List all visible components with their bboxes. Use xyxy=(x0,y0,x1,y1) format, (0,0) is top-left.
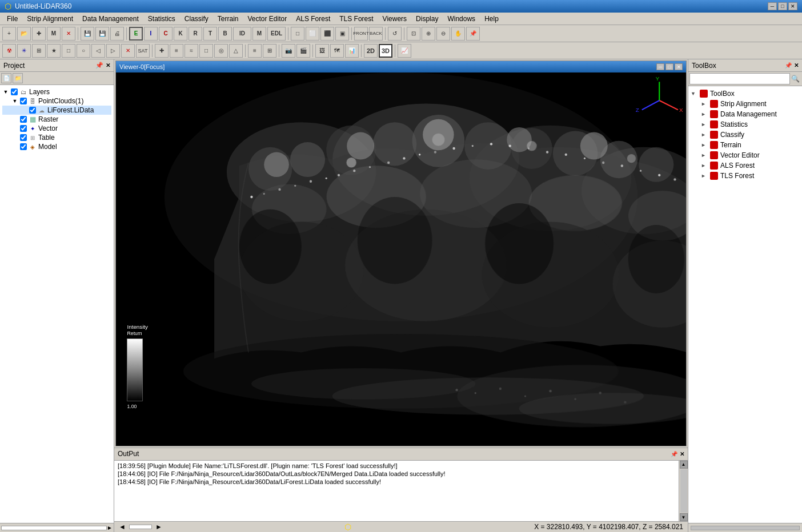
menu-classify[interactable]: Classify xyxy=(180,14,213,24)
project-pin-icon[interactable]: 📌 xyxy=(95,62,103,69)
search-icon[interactable]: 🔍 xyxy=(790,75,801,83)
poly-btn[interactable]: ◁ xyxy=(91,44,105,58)
layers-expand-icon[interactable]: ▼ xyxy=(2,88,9,95)
liforest-checkbox[interactable] xyxy=(29,107,36,114)
box2-btn[interactable]: ⬜ xyxy=(306,27,319,41)
tree-pointclouds[interactable]: ▼ 🗄 PointClouds(1) xyxy=(2,96,111,106)
toolbox-statistics[interactable]: ► Statistics xyxy=(691,119,800,130)
grid2-btn[interactable]: ⊞ xyxy=(263,44,276,58)
menu-strip-alignment[interactable]: Strip Alignment xyxy=(22,14,78,24)
menu-file[interactable]: File xyxy=(2,14,22,24)
snapshot-btn[interactable]: 📷 xyxy=(282,44,295,58)
k-btn[interactable]: K xyxy=(174,27,187,41)
id-btn[interactable]: ID xyxy=(233,27,251,41)
tree-liforest[interactable]: ☁ LiForest.LiData xyxy=(2,106,111,115)
toolbox-close-icon[interactable]: ✕ xyxy=(794,62,799,68)
box-btn[interactable]: □ xyxy=(291,27,304,41)
r-btn[interactable]: R xyxy=(189,27,202,41)
project-close-icon[interactable]: ✕ xyxy=(106,62,110,68)
statistics-expand[interactable]: ► xyxy=(701,122,708,127)
tri-btn[interactable]: △ xyxy=(229,44,243,58)
toolbox-root-expand[interactable]: ▼ xyxy=(691,91,697,96)
project-folder-btn[interactable]: 📁 xyxy=(13,73,23,83)
layers-checkbox[interactable] xyxy=(11,88,18,95)
project-new-btn[interactable]: 📄 xyxy=(1,73,11,83)
tree-model[interactable]: ◈ Model xyxy=(2,142,111,151)
print-button[interactable]: 🖨 xyxy=(110,27,124,41)
chart-btn[interactable]: 📈 xyxy=(398,44,411,58)
class-btn[interactable]: C xyxy=(159,27,173,41)
tree-vector[interactable]: ✦ Vector xyxy=(2,124,111,133)
table-checkbox[interactable] xyxy=(20,134,27,141)
zoom-out-btn[interactable]: ⊖ xyxy=(436,27,450,41)
tree-table[interactable]: ⊞ Table xyxy=(2,133,111,142)
output-pin-icon[interactable]: 📌 xyxy=(671,451,677,457)
menu-als-forest[interactable]: ALS Forest xyxy=(291,14,335,24)
profile-btn[interactable]: ≡ xyxy=(170,44,183,58)
img3-btn[interactable]: 📊 xyxy=(345,44,359,58)
tree-layers[interactable]: ▼ 🗂 Layers xyxy=(2,87,111,96)
add-button[interactable]: ✚ xyxy=(32,27,46,41)
output-vscrollbar[interactable]: ▲ ▼ xyxy=(679,461,688,521)
toolbox-strip-alignment[interactable]: ► Strip Alignment xyxy=(691,99,800,109)
open-button[interactable]: 📂 xyxy=(17,27,31,41)
new-button[interactable]: + xyxy=(2,27,16,41)
front-btn[interactable]: FRONT xyxy=(354,27,368,41)
edl-btn[interactable]: EDL xyxy=(267,27,286,41)
saveas-button[interactable]: 💾 xyxy=(95,27,109,41)
bottom-scrollbar[interactable] xyxy=(129,525,152,529)
sat-btn[interactable]: SAT xyxy=(136,44,150,58)
cut-btn[interactable]: ▷ xyxy=(106,44,120,58)
rotate-btn[interactable]: ↺ xyxy=(388,27,402,41)
box3-btn[interactable]: ⬛ xyxy=(320,27,334,41)
toolbox-als-forest[interactable]: ► ALS Forest xyxy=(691,160,800,171)
scroll-thumb[interactable] xyxy=(680,469,687,513)
target-btn[interactable]: ◎ xyxy=(214,44,228,58)
m-btn[interactable]: M xyxy=(252,27,266,41)
minimize-button[interactable]: ─ xyxy=(768,2,777,10)
toolbox-search-input[interactable] xyxy=(689,73,790,84)
intensity-btn[interactable]: I xyxy=(144,27,158,41)
tree-raster[interactable]: ▦ Raster xyxy=(2,115,111,124)
als-forest-expand[interactable]: ► xyxy=(701,163,708,168)
rect-btn[interactable]: □ xyxy=(62,44,75,58)
img-btn[interactable]: 🖼 xyxy=(315,44,329,58)
rad-btn[interactable]: ☢ xyxy=(2,44,16,58)
toolbox-vector-editor[interactable]: ► Vector Editor xyxy=(691,150,800,160)
strip-alignment-expand[interactable]: ► xyxy=(701,101,708,107)
maximize-button[interactable]: □ xyxy=(778,2,787,10)
clear-btn[interactable]: ✕ xyxy=(121,44,135,58)
toolbox-terrain[interactable]: ► Terrain xyxy=(691,140,800,150)
scroll-right-btn[interactable]: ► xyxy=(107,525,113,531)
menu-statistics[interactable]: Statistics xyxy=(143,14,180,24)
viewer-close-btn[interactable]: ✕ xyxy=(675,63,683,70)
menu-help[interactable]: Help xyxy=(480,14,503,24)
pointclouds-checkbox[interactable] xyxy=(20,98,27,104)
scroll-left-btn[interactable]: ◄ xyxy=(119,523,126,531)
toolbox-data-management[interactable]: ► Data Management xyxy=(691,109,800,119)
menu-display[interactable]: Display xyxy=(411,14,443,24)
vector-checkbox[interactable] xyxy=(20,125,27,132)
toolbox-scroll-thumb[interactable] xyxy=(691,526,800,530)
vector-editor-expand[interactable]: ► xyxy=(701,152,708,158)
tls-forest-expand[interactable]: ► xyxy=(701,173,708,179)
img2-btn[interactable]: 🗺 xyxy=(330,44,344,58)
t-btn[interactable]: T xyxy=(203,27,217,41)
menu-viewers[interactable]: Viewers xyxy=(378,14,411,24)
menu-data-management[interactable]: Data Management xyxy=(78,14,143,24)
menu-windows[interactable]: Windows xyxy=(443,14,480,24)
menu-vector-editor[interactable]: Vector Editor xyxy=(243,14,292,24)
save-button[interactable]: 💾 xyxy=(81,27,94,41)
box4-btn[interactable]: ▣ xyxy=(335,27,349,41)
b-btn[interactable]: B xyxy=(218,27,232,41)
raster-checkbox[interactable] xyxy=(20,116,27,123)
menu-tls-forest[interactable]: TLS Forest xyxy=(335,14,378,24)
circle-btn[interactable]: ○ xyxy=(77,44,90,58)
toolbox-tls-forest[interactable]: ► TLS Forest xyxy=(691,171,800,181)
toolbox-root[interactable]: ▼ ToolBox xyxy=(691,88,800,99)
pan-btn[interactable]: ✋ xyxy=(451,27,465,41)
classify-expand[interactable]: ► xyxy=(701,132,708,138)
layer-btn[interactable]: ≡ xyxy=(248,44,262,58)
scroll-right-btn[interactable]: ► xyxy=(155,523,162,531)
back-btn[interactable]: BACK xyxy=(369,27,383,41)
